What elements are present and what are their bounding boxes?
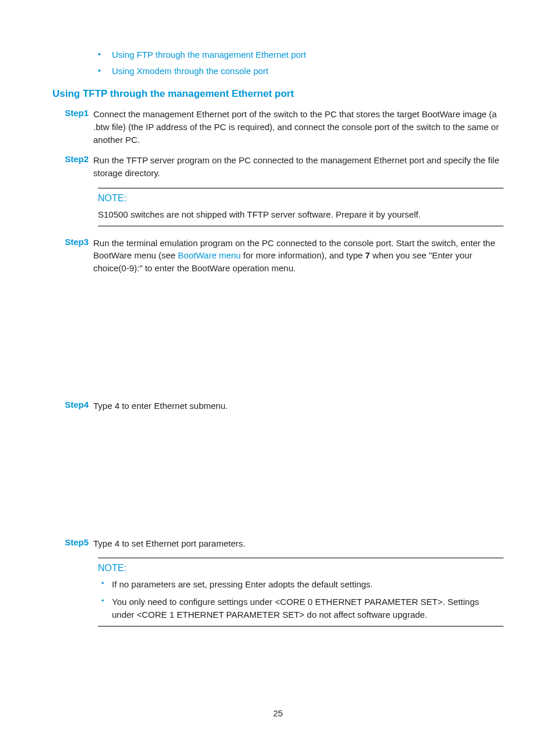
note-box-2: NOTE: If no parameters are set, pressing…: [98, 558, 504, 626]
step-3-bold: 7: [365, 250, 370, 260]
step-5-label: Step5: [61, 537, 93, 550]
step-3-body: Run the terminal emulation program on th…: [93, 237, 504, 275]
note-1-label: NOTE:: [98, 193, 504, 204]
step-4: Step4 Type 4 to enter Ethernet submenu.: [61, 400, 504, 412]
link-item-ftp: Using FTP through the management Etherne…: [93, 50, 504, 60]
step-2: Step2 Run the TFTP server program on the…: [61, 154, 504, 180]
step-5: Step5 Type 4 to set Ethernet port parame…: [61, 537, 504, 550]
step-4-body: Type 4 to enter Ethernet submenu.: [93, 400, 504, 412]
step-3-mid: for more information), and type: [241, 250, 365, 260]
note-2-list: If no parameters are set, pressing Enter…: [98, 578, 504, 621]
step-4-label: Step4: [61, 400, 93, 412]
spacer-1: [52, 283, 504, 400]
note-2-item-0: If no parameters are set, pressing Enter…: [98, 578, 504, 591]
note-2-label: NOTE:: [98, 563, 504, 573]
bootware-menu-link[interactable]: BootWare menu: [178, 250, 241, 260]
step-3: Step3 Run the terminal emulation program…: [61, 237, 504, 275]
link-xmodem[interactable]: Using Xmodem through the console port: [112, 66, 268, 76]
link-ftp[interactable]: Using FTP through the management Etherne…: [112, 50, 306, 60]
step-2-label: Step2: [61, 154, 93, 180]
step-1-label: Step1: [61, 108, 93, 146]
note-box-1: NOTE: S10500 switches are not shipped wi…: [98, 188, 504, 226]
step-3-label: Step3: [61, 237, 93, 275]
step-1: Step1 Connect the management Ethernet po…: [61, 108, 504, 146]
top-links-list: Using FTP through the management Etherne…: [93, 50, 504, 76]
step-5-body: Type 4 to set Ethernet port parameters.: [93, 537, 504, 550]
spacer-2: [52, 421, 504, 537]
section-heading: Using TFTP through the management Ethern…: [52, 88, 504, 100]
page-number: 25: [52, 708, 504, 718]
step-2-body: Run the TFTP server program on the PC co…: [93, 154, 504, 180]
note-2-item-1: You only need to configure settings unde…: [98, 596, 504, 621]
link-item-xmodem: Using Xmodem through the console port: [93, 66, 504, 76]
step-1-body: Connect the management Ethernet port of …: [93, 108, 504, 146]
note-1-text: S10500 switches are not shipped with TFT…: [98, 208, 504, 221]
